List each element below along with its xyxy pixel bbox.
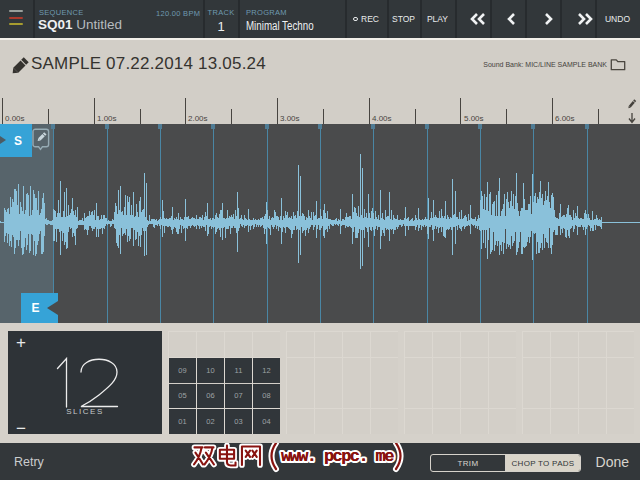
svg-text:www. pcpc. me: www. pcpc. me	[281, 447, 394, 466]
